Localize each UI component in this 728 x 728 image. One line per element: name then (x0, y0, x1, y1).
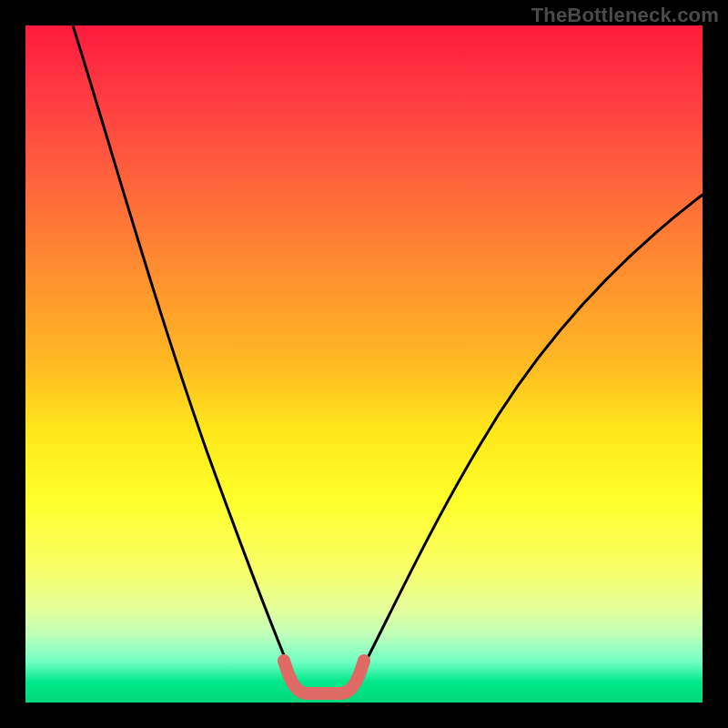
left-curve (73, 25, 297, 686)
chart-curves (25, 25, 703, 703)
valley-highlight (284, 661, 364, 693)
watermark-text: TheBottleneck.com (531, 4, 719, 27)
right-curve (353, 195, 703, 686)
